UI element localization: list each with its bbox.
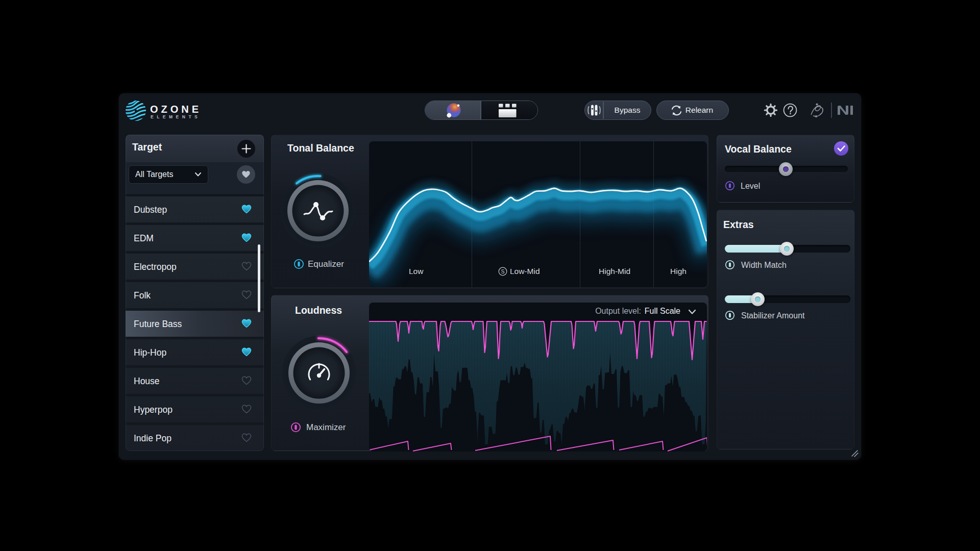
svg-text:S: S bbox=[501, 268, 504, 274]
